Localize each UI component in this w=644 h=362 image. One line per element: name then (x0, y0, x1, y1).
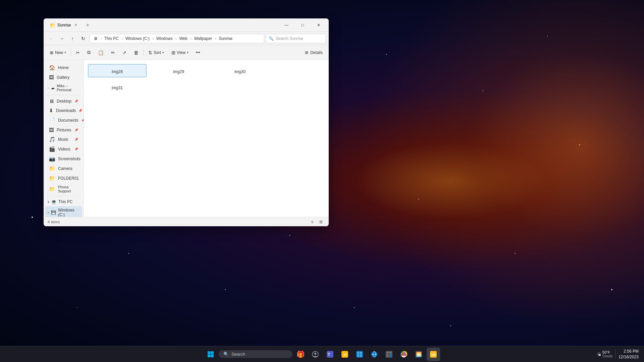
desktop-pin-icon: 📌 (74, 100, 78, 103)
rename-button[interactable]: ✏ (108, 47, 118, 58)
svg-text:📁: 📁 (431, 352, 436, 357)
new-chevron-icon: ▾ (64, 51, 66, 54)
sidebar-item-downloads[interactable]: ⬇ Downloads 📌 (45, 106, 82, 115)
svg-rect-21 (387, 354, 388, 355)
sidebar-item-folder01[interactable]: 📁 FOLDER01 (45, 174, 82, 183)
breadcrumb-web[interactable]: Web (178, 36, 189, 42)
sidebar-gallery-label: Gallery (57, 75, 69, 80)
sidebar-phone-support-label: Phone Support (58, 185, 78, 193)
sidebar-item-pictures[interactable]: 🖼 Pictures 📌 (45, 125, 82, 134)
breadcrumb-this-pc[interactable]: This PC (103, 36, 120, 42)
sidebar-screenshots-label: Screenshots (58, 157, 80, 161)
breadcrumb-windows[interactable]: Windows (155, 36, 174, 42)
share-button[interactable]: ↗ (119, 47, 130, 58)
taskbar-store-icon[interactable] (353, 348, 366, 361)
sidebar-item-this-pc[interactable]: ▾ 💻 This PC (45, 198, 82, 206)
sidebar-item-phone-support[interactable]: 📁 Phone Support (45, 183, 82, 195)
sidebar-item-windows-c[interactable]: › 💾 Windows (C:) (45, 206, 82, 217)
taskbar-clock[interactable]: 2:56 PM 12/18/2023 (619, 349, 639, 360)
new-tab-button[interactable]: + (83, 20, 93, 30)
file-grid: img28 img29 img30 img31 (84, 60, 329, 217)
search-bar[interactable]: 🔍 Search Sunrise (266, 34, 326, 43)
details-button[interactable]: ⊞ Details (302, 47, 326, 58)
tab-label: Sunrise (57, 23, 71, 27)
refresh-button[interactable]: ↻ (78, 34, 88, 43)
breadcrumb-wallpaper[interactable]: Wallpaper (193, 36, 214, 42)
sidebar-item-gallery[interactable]: 🖼 Gallery (45, 73, 82, 82)
file-item-img29[interactable]: img29 (149, 64, 208, 77)
taskbar-calculator-icon[interactable] (382, 348, 396, 361)
sidebar-downloads-label: Downloads (56, 108, 76, 113)
svg-rect-3 (211, 354, 214, 357)
sidebar-divider-2 (46, 196, 81, 196)
sidebar-item-mike-personal[interactable]: › ☁ Mike – Personal (45, 82, 82, 94)
taskbar-files-icon[interactable]: 📁 (338, 348, 352, 361)
taskbar-teams-icon[interactable]: T (323, 348, 337, 361)
sidebar-item-desktop[interactable]: 🖥 Desktop 📌 (45, 97, 82, 106)
svg-text:🌅: 🌅 (416, 352, 422, 357)
copy-button[interactable]: ⧉ (84, 47, 94, 58)
sort-button[interactable]: ⇅ Sort ▾ (145, 47, 167, 58)
taskbar-separator (615, 349, 616, 359)
svg-text:📁: 📁 (343, 352, 347, 357)
weather-icon: 🌤 (597, 352, 601, 356)
windows-start-button[interactable] (204, 348, 217, 361)
new-button[interactable]: ⊕ New ▾ (46, 47, 69, 58)
taskbar-weather[interactable]: 🌤 50°F Cloudy (597, 350, 613, 358)
grid-view-button[interactable]: ⊞ (317, 218, 325, 226)
sidebar-item-music[interactable]: 🎵 Music 📌 (45, 135, 82, 144)
more-button[interactable]: ••• (193, 47, 204, 58)
breadcrumb-bar[interactable]: 🖥 › This PC › Windows (C:) › Windows › W… (89, 34, 264, 43)
taskbar-chrome-icon[interactable] (397, 348, 411, 361)
file-item-img31[interactable]: img31 (88, 80, 147, 94)
folder01-icon: 📁 (49, 175, 55, 181)
taskbar-center-icons: 🔍 Search 🎁 T 📁 (204, 348, 440, 361)
pictures-pin-icon: 📌 (74, 128, 78, 132)
taskbar-search-label: Search (231, 352, 245, 357)
close-button[interactable]: ✕ (311, 20, 326, 31)
weather-condition: Cloudy (602, 354, 613, 358)
list-view-button[interactable]: ≡ (309, 218, 316, 226)
minimize-button[interactable]: — (279, 20, 294, 31)
active-tab[interactable]: 📁 Sunrise ✕ (46, 20, 82, 31)
status-bar: 4 items ≡ ⊞ (44, 217, 329, 226)
tab-close-button[interactable]: ✕ (73, 22, 78, 28)
sidebar-documents-label: Documents (58, 118, 78, 123)
new-icon: ⊕ (50, 50, 54, 55)
second-row: img31 (88, 80, 325, 94)
sidebar-item-home[interactable]: 🏠 Home (45, 63, 82, 72)
up-button[interactable]: ↑ (68, 34, 77, 43)
cut-button[interactable]: ✂ (72, 47, 83, 58)
taskbar-account-icon[interactable] (309, 348, 322, 361)
windows-c-drive-icon: 💾 (51, 210, 56, 215)
videos-pin-icon: 📌 (74, 147, 78, 151)
toolbar-separator-2 (143, 49, 144, 56)
search-placeholder: Search Sunrise (276, 36, 303, 41)
maximize-button[interactable]: □ (295, 20, 310, 31)
this-pc-icon: 💻 (51, 199, 56, 204)
taskbar-browser-icon[interactable] (368, 348, 381, 361)
forward-button[interactable]: → (57, 34, 66, 43)
sidebar-item-camera[interactable]: 📁 Camera (45, 164, 82, 173)
breadcrumb-sunrise[interactable]: Sunrise (217, 36, 234, 42)
sidebar-item-videos[interactable]: 🎬 Videos 📌 (45, 144, 82, 154)
breadcrumb-windows-c[interactable]: Windows (C:) (124, 36, 151, 42)
windows-logo-icon (208, 351, 214, 357)
taskbar-gift-icon[interactable]: 🎁 (294, 348, 307, 361)
share-icon: ↗ (122, 50, 126, 55)
mike-cloud-icon: ☁ (51, 85, 55, 90)
taskbar-photos-icon[interactable]: 🌅 (412, 348, 425, 361)
sidebar-item-documents[interactable]: 📄 Documents 📌 (45, 116, 82, 125)
file-item-img30[interactable]: img30 (211, 64, 269, 77)
taskbar-explorer-icon[interactable]: 📁 (427, 348, 440, 361)
sort-chevron-icon: ▾ (162, 51, 164, 54)
paste-button[interactable]: 📋 (95, 47, 107, 58)
sidebar-item-screenshots[interactable]: 📷 Screenshots 📌 (45, 154, 82, 164)
back-button[interactable]: ← (46, 34, 56, 43)
view-chevron-icon: ▾ (187, 51, 189, 54)
delete-button[interactable]: 🗑 (130, 47, 142, 58)
taskbar-search[interactable]: 🔍 Search (219, 350, 292, 358)
file-item-img28[interactable]: img28 (88, 64, 147, 77)
view-button[interactable]: ⊞ View ▾ (168, 47, 192, 58)
toolbar-separator-1 (71, 49, 71, 56)
